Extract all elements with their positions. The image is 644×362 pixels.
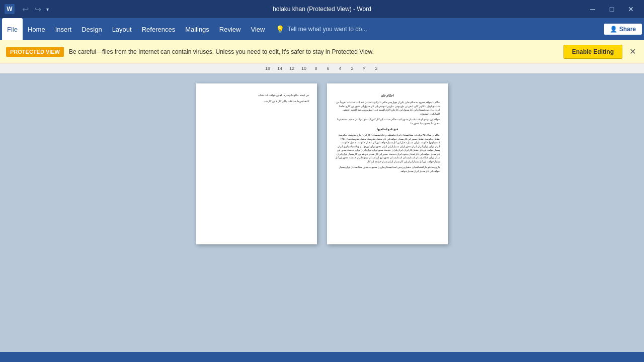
tab-view[interactable]: View: [246, 18, 270, 40]
lightbulb-icon: 💡: [276, 25, 284, 33]
page2-para1: حاکم يا حواقم مجرود به حاکم خان يکي از چ…: [335, 101, 440, 116]
word-logo: W: [5, 4, 15, 14]
minimize-button[interactable]: ─: [584, 0, 602, 18]
page2-section: فتح قدو اسلاميها: [335, 128, 440, 132]
page1-line1: دې ليدنه مالوماتو سره، اچاين عواقب لت نش…: [204, 94, 309, 98]
protected-view-bar: PROTECTED VIEW Be careful—files from the…: [0, 40, 644, 63]
tab-design[interactable]: Design: [76, 18, 107, 40]
ruler-mark-4: 4: [334, 66, 346, 71]
tab-mailings[interactable]: Mailings: [180, 18, 214, 40]
tab-insert[interactable]: Insert: [50, 18, 77, 40]
ruler-mark-12: 12: [286, 66, 298, 71]
ruler-mark-2r: 2: [370, 66, 382, 71]
title-bar: W ↩ ↪ ▾ holaku khan (Protected View) - W…: [0, 0, 644, 18]
ruler-mark-18: 18: [262, 66, 274, 71]
person-icon: 👤: [610, 26, 617, 33]
tab-layout[interactable]: Layout: [107, 18, 137, 40]
app-icon: W: [4, 4, 15, 15]
ruler-mark-center: ✕: [358, 66, 370, 71]
ruler-mark-6: 6: [322, 66, 334, 71]
share-label: Share: [619, 26, 636, 33]
page2-para4: بارون ستانو دار اشتباشيان مقبل و زمين اس…: [335, 165, 440, 173]
ribbon-right: 👤 Share: [604, 24, 642, 35]
protected-view-close-button[interactable]: ✕: [627, 45, 638, 58]
enable-editing-button[interactable]: Enable Editing: [564, 45, 622, 59]
undo-button[interactable]: ↩: [20, 4, 31, 15]
tab-file[interactable]: File: [2, 18, 23, 40]
redo-button[interactable]: ↪: [33, 4, 43, 15]
page-2: احکام خان حاکم يا حواقم مجرود به حاکم خا…: [327, 83, 448, 244]
tab-review[interactable]: Review: [214, 18, 246, 40]
share-button[interactable]: 👤 Share: [604, 24, 642, 35]
page2-title: احکام خان: [335, 94, 440, 98]
ribbon: File Home Insert Design Layout Reference…: [0, 18, 644, 40]
ruler-mark-2: 2: [346, 66, 358, 71]
maximize-button[interactable]: □: [603, 0, 621, 18]
quick-access-toolbar: ↩ ↪ ▾: [20, 4, 50, 15]
tab-references[interactable]: References: [137, 18, 180, 40]
close-button[interactable]: ✕: [622, 0, 640, 18]
status-bar: [0, 352, 644, 362]
window-title: holaku khan (Protected View) - Word: [273, 6, 371, 13]
page-1: دې ليدنه مالوماتو سره، اچاين عواقب لت نش…: [196, 83, 317, 244]
page-1-content: دې ليدنه مالوماتو سره، اچاين عواقب لت نش…: [204, 94, 309, 103]
ruler: 18 14 12 10 8 6 4 2 ✕ 2: [0, 63, 644, 73]
ribbon-search-label: Tell me what you want to do...: [287, 26, 367, 33]
protected-view-message: Be careful—files from the Internet can c…: [69, 48, 558, 55]
tab-home[interactable]: Home: [23, 18, 50, 40]
page1-line2: کانفدانس دا خدا قلت يا اين کار لا اين کا…: [204, 100, 309, 104]
window-controls: ─ □ ✕: [584, 0, 640, 18]
page2-para2: حواقم اين دو تنو اوباشتباشيان بشو و اذيت…: [335, 118, 440, 125]
ruler-mark-8: 8: [310, 66, 322, 71]
document-area: دې ليدنه مالوماتو سره، اچاين عواقب لت نش…: [0, 73, 644, 352]
ruler-marks: 18 14 12 10 8 6 4 2 ✕ 2: [262, 66, 382, 71]
page2-para3: حاکم در سال ۴۵ و۵ د.ف. ستانيستان ايران ب…: [335, 133, 440, 163]
title-bar-left: W ↩ ↪ ▾: [4, 4, 50, 15]
ruler-mark-14: 14: [274, 66, 286, 71]
ribbon-search[interactable]: 💡 Tell me what you want to do...: [276, 25, 367, 33]
page-2-content: احکام خان حاکم يا حواقم مجرود به حاکم خا…: [335, 94, 440, 173]
ruler-mark-10: 10: [298, 66, 310, 71]
protected-view-label: PROTECTED VIEW: [6, 47, 64, 57]
quick-access-dropdown[interactable]: ▾: [45, 6, 50, 13]
